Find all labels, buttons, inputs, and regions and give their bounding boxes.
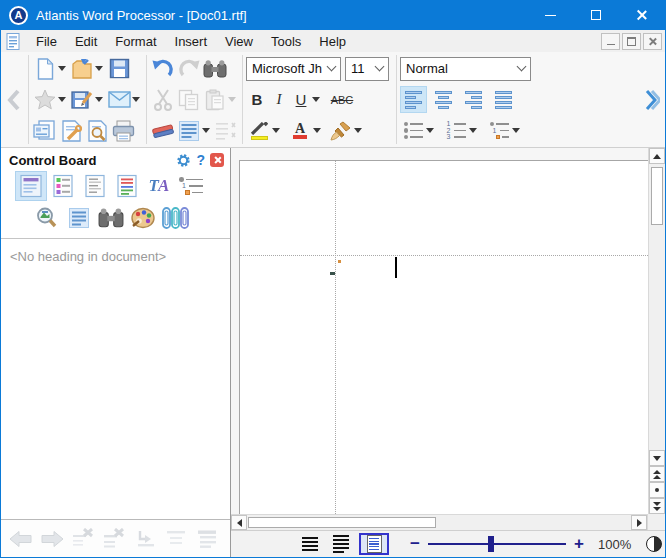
- next-page-button[interactable]: [649, 498, 665, 514]
- navigate-back-button[interactable]: [7, 525, 34, 553]
- document-page[interactable]: [239, 160, 648, 514]
- mdi-minimize-button[interactable]: [601, 33, 620, 50]
- numbered-list-button[interactable]: 1 2 3: [443, 117, 469, 145]
- heading-list-filled-button[interactable]: [193, 525, 220, 553]
- underline-button[interactable]: U: [290, 87, 312, 113]
- justify-button[interactable]: [490, 86, 517, 113]
- scroll-left-button[interactable]: [231, 515, 247, 530]
- bullet-list-button[interactable]: [400, 117, 426, 145]
- align-right-button[interactable]: [460, 86, 487, 113]
- scroll-down-button[interactable]: [649, 450, 665, 466]
- scroll-right-button[interactable]: [631, 515, 647, 530]
- save-as-button[interactable]: [69, 86, 95, 114]
- demote-heading-button[interactable]: [131, 525, 158, 553]
- print-layout-view-button[interactable]: [359, 533, 389, 555]
- search-pane-button[interactable]: [95, 203, 127, 233]
- menu-insert[interactable]: Insert: [166, 30, 217, 52]
- menu-help[interactable]: Help: [310, 30, 355, 52]
- undo-button[interactable]: [150, 55, 176, 83]
- styles-pane-button[interactable]: [47, 171, 79, 201]
- dropdown-arrow-icon[interactable]: [426, 128, 434, 133]
- new-document-button[interactable]: [32, 55, 58, 83]
- menu-edit[interactable]: Edit: [66, 30, 106, 52]
- dropdown-arrow-icon[interactable]: [58, 97, 66, 102]
- toolbar-prev-button[interactable]: [1, 52, 27, 147]
- dropdown-arrow-icon[interactable]: [313, 128, 321, 133]
- formatting-pane-button[interactable]: [111, 171, 143, 201]
- contrast-icon[interactable]: [646, 536, 662, 552]
- draft-view-button[interactable]: [297, 533, 323, 555]
- toolbar-next-button[interactable]: [639, 52, 665, 147]
- menu-view[interactable]: View: [216, 30, 262, 52]
- format-painter-button[interactable]: [328, 117, 354, 145]
- sections-pane-button[interactable]: [79, 171, 111, 201]
- dropdown-arrow-icon[interactable]: [312, 97, 320, 102]
- zoom-in-button[interactable]: +: [570, 534, 588, 554]
- fonts-pane-button[interactable]: TA: [143, 171, 175, 201]
- paste-button[interactable]: [202, 86, 228, 114]
- dropdown-arrow-icon[interactable]: [132, 97, 140, 102]
- navigate-forward-button[interactable]: [38, 525, 65, 553]
- document-icon[interactable]: [6, 33, 21, 50]
- headings-pane-button[interactable]: [15, 171, 47, 201]
- open-button[interactable]: [69, 55, 95, 83]
- cut-button[interactable]: [150, 86, 176, 114]
- email-button[interactable]: [106, 86, 132, 114]
- document-options-button[interactable]: [58, 117, 84, 145]
- zoom-slider-thumb[interactable]: [488, 536, 494, 552]
- italic-button[interactable]: I: [268, 87, 290, 113]
- gear-icon[interactable]: [176, 153, 191, 168]
- print-preview-button[interactable]: [84, 117, 110, 145]
- paragraph-button[interactable]: [176, 117, 202, 145]
- dropdown-arrow-icon[interactable]: [272, 128, 280, 133]
- maximize-button[interactable]: [573, 0, 619, 30]
- dropdown-arrow-icon[interactable]: [202, 128, 210, 133]
- favorites-button[interactable]: [32, 86, 58, 114]
- properties-button[interactable]: [32, 117, 58, 145]
- zoom-slider[interactable]: [428, 543, 566, 545]
- highlighter-button[interactable]: [246, 117, 272, 145]
- font-name-combo[interactable]: Microsoft Jh: [246, 57, 341, 81]
- redo-button[interactable]: [176, 55, 202, 83]
- mdi-close-button[interactable]: [643, 33, 662, 50]
- heading-list-button[interactable]: [162, 525, 189, 553]
- online-view-button[interactable]: [328, 533, 354, 555]
- delete-heading-button[interactable]: [69, 525, 96, 553]
- help-button[interactable]: ?: [196, 152, 205, 168]
- dropdown-arrow-icon[interactable]: [58, 66, 66, 71]
- style-combo[interactable]: Normal: [400, 57, 531, 81]
- dropdown-arrow-icon[interactable]: [512, 128, 520, 133]
- save-button[interactable]: [106, 55, 132, 83]
- bold-button[interactable]: B: [246, 87, 268, 113]
- copy-button[interactable]: [176, 86, 202, 114]
- vertical-scroll-thumb[interactable]: [651, 167, 663, 225]
- align-left-button[interactable]: [400, 86, 427, 113]
- menu-tools[interactable]: Tools: [262, 30, 310, 52]
- mdi-restore-button[interactable]: [622, 33, 641, 50]
- horizontal-scroll-thumb[interactable]: [248, 517, 436, 528]
- dropdown-arrow-icon[interactable]: [95, 66, 103, 71]
- format-styles-button[interactable]: [213, 117, 239, 145]
- select-browse-object-button[interactable]: [649, 482, 665, 498]
- close-button[interactable]: [619, 0, 665, 30]
- dropdown-arrow-icon[interactable]: [95, 97, 103, 102]
- eraser-button[interactable]: [150, 117, 176, 145]
- zoom-pane-button[interactable]: [31, 203, 63, 233]
- control-board-close-button[interactable]: [210, 153, 224, 167]
- zoom-out-button[interactable]: −: [406, 534, 424, 554]
- align-center-button[interactable]: [430, 86, 457, 113]
- vertical-scrollbar[interactable]: [648, 148, 665, 514]
- minimize-button[interactable]: [527, 0, 573, 30]
- delete-subheadings-button[interactable]: [100, 525, 127, 553]
- dropdown-arrow-icon[interactable]: [469, 128, 477, 133]
- strikethrough-button[interactable]: ABC: [327, 87, 357, 113]
- font-color-button[interactable]: A: [287, 117, 313, 145]
- document-view[interactable]: [231, 148, 648, 514]
- font-size-combo[interactable]: 11: [345, 57, 389, 81]
- scroll-up-button[interactable]: [649, 148, 665, 164]
- dropdown-arrow-icon[interactable]: [228, 97, 236, 102]
- paragraph-pane-button[interactable]: [63, 203, 95, 233]
- colors-pane-button[interactable]: [127, 203, 159, 233]
- horizontal-scrollbar[interactable]: [231, 514, 647, 530]
- menu-file[interactable]: File: [27, 30, 66, 52]
